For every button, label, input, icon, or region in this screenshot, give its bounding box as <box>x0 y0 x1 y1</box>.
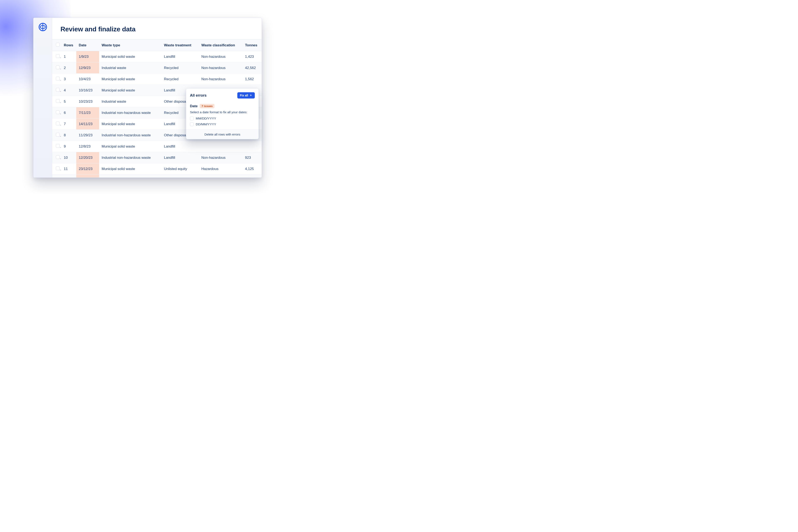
cell-waste-treatment: Recycled <box>162 62 199 74</box>
cell-row-number: 9 <box>61 141 76 152</box>
table-row: 912/8/23Municipal solid wasteLandfill <box>52 141 262 152</box>
cell-waste-type: Industrial non-hazardous waste <box>99 174 162 178</box>
page-header: Review and finalize data <box>52 18 262 39</box>
date-format-option-mdy[interactable]: MM/DD/YYYY <box>190 117 255 120</box>
cell-waste-classification: Non-hazardous <box>199 74 243 85</box>
cell-tonnes: 1,423 <box>243 51 262 62</box>
errors-panel: All errors Fix all Date 7 issues Select … <box>186 88 259 139</box>
cell-waste-classification: Non-hazardous <box>199 152 243 163</box>
cell-row-number: 2 <box>61 62 76 74</box>
cell-waste-classification: Hazardous <box>199 174 243 178</box>
cell-waste-type: Municipal solid waste <box>99 163 162 174</box>
cell-waste-type: Municipal solid waste <box>99 51 162 62</box>
cell-waste-classification: Non-hazardous <box>199 62 243 74</box>
cell-waste-treatment: Unlisted equity <box>162 163 199 174</box>
cell-waste-type: Municipal solid waste <box>99 85 162 96</box>
table-row: 1123/12/23Municipal solid wasteUnlisted … <box>52 163 262 174</box>
col-rows[interactable]: Rows <box>61 39 76 51</box>
checkbox-icon <box>190 122 194 126</box>
page-title: Review and finalize data <box>60 25 253 33</box>
cell-waste-type: Municipal solid waste <box>99 74 162 85</box>
row-checkbox[interactable] <box>56 65 60 69</box>
cell-row-number: 6 <box>61 107 76 118</box>
errors-panel-title: All errors <box>190 93 207 98</box>
option-label: DD/MM/YYYY <box>196 122 216 126</box>
cell-date[interactable]: 12/9/23 <box>76 62 99 74</box>
cell-date[interactable]: 12/20/23 <box>76 152 99 163</box>
cell-waste-treatment: Recycled <box>162 74 199 85</box>
cell-tonnes: 1,532 <box>243 174 262 178</box>
cell-date[interactable]: 7/11/23 <box>76 107 99 118</box>
fix-all-label: Fix all <box>240 94 248 97</box>
table-row: 11/9/23Municipal solid wasteLandfillNon-… <box>52 51 262 62</box>
cell-waste-treatment: Landfill <box>162 141 199 152</box>
cell-waste-classification <box>199 141 243 152</box>
fix-instruction: Select a date format to fix all your dat… <box>190 110 255 114</box>
table-row: 212/9/23Industrial wasteRecycledNon-haza… <box>52 62 262 74</box>
cell-date[interactable]: 12/8/23 <box>76 141 99 152</box>
option-label: MM/DD/YYYY <box>196 117 216 120</box>
cell-date[interactable]: 10/4/23 <box>76 74 99 85</box>
col-date[interactable]: Date <box>76 39 99 51</box>
cell-waste-type: Industrial non-hazardous waste <box>99 152 162 163</box>
select-all-checkbox[interactable] <box>56 43 60 46</box>
cell-date[interactable]: 23/12/23 <box>76 163 99 174</box>
row-checkbox[interactable] <box>56 121 60 125</box>
cell-row-number: 4 <box>61 85 76 96</box>
date-format-option-dmy[interactable]: DD/MM/YYYY <box>190 122 255 126</box>
cell-date[interactable]: 14/11/23 <box>76 118 99 130</box>
cell-date[interactable]: 11/29/23 <box>76 130 99 141</box>
cell-tonnes: 1,562 <box>243 74 262 85</box>
sidebar <box>34 18 52 177</box>
row-checkbox[interactable] <box>56 88 60 92</box>
table-row: 310/4/23Municipal solid wasteRecycledNon… <box>52 74 262 85</box>
brand-logo-icon <box>38 22 48 32</box>
cell-row-number: 5 <box>61 96 76 107</box>
cell-waste-type: Industrial waste <box>99 62 162 74</box>
cell-waste-type: Industrial non-hazardous waste <box>99 107 162 118</box>
cell-waste-classification: Hazardous <box>199 163 243 174</box>
cell-tonnes <box>243 141 262 152</box>
cell-row-number: 11 <box>61 163 76 174</box>
cell-date[interactable]: 1/9/23 <box>76 51 99 62</box>
cell-row-number: 7 <box>61 118 76 130</box>
row-checkbox[interactable] <box>56 110 60 114</box>
cell-row-number: 8 <box>61 130 76 141</box>
cell-tonnes: 42,562 <box>243 62 262 74</box>
cell-row-number: 11 <box>61 174 76 178</box>
cell-tonnes: 923 <box>243 152 262 163</box>
cell-waste-type: Municipal solid waste <box>99 141 162 152</box>
delete-error-rows-button[interactable]: Delete all rows with errors <box>186 130 259 139</box>
col-ton[interactable]: Tonnes <box>243 39 262 51</box>
col-type[interactable]: Waste type <box>99 39 162 51</box>
cell-date[interactable]: 12/23/23 <box>76 174 99 178</box>
row-checkbox[interactable] <box>56 167 60 170</box>
row-checkbox[interactable] <box>56 99 60 103</box>
row-checkbox[interactable] <box>56 77 60 80</box>
row-checkbox[interactable] <box>56 144 60 148</box>
cell-waste-treatment: Landfill <box>162 51 199 62</box>
cell-waste-type: Municipal solid waste <box>99 118 162 130</box>
cell-waste-treatment: Other disposal <box>162 174 199 178</box>
cell-waste-classification: Non-hazardous <box>199 51 243 62</box>
col-class[interactable]: Waste classification <box>199 39 243 51</box>
cell-waste-type: Industrial waste <box>99 96 162 107</box>
table-header-row: Rows Date Waste type Waste treatment Was… <box>52 39 262 51</box>
row-checkbox[interactable] <box>56 54 60 58</box>
fix-all-button[interactable]: Fix all <box>237 92 255 98</box>
cell-tonnes: 4,125 <box>243 163 262 174</box>
col-treat[interactable]: Waste treatment <box>162 39 199 51</box>
cell-waste-type: Industrial non-hazardous waste <box>99 130 162 141</box>
cell-row-number: 10 <box>61 152 76 163</box>
row-checkbox[interactable] <box>56 155 60 159</box>
error-section-label: Date <box>190 104 197 108</box>
table-row: 1112/23/23Industrial non-hazardous waste… <box>52 174 262 178</box>
row-checkbox[interactable] <box>56 133 60 136</box>
table-row: 1012/20/23Industrial non-hazardous waste… <box>52 152 262 163</box>
cell-row-number: 3 <box>61 74 76 85</box>
cell-date[interactable]: 10/23/23 <box>76 96 99 107</box>
cell-row-number: 1 <box>61 51 76 62</box>
cell-date[interactable]: 10/16/23 <box>76 85 99 96</box>
issues-count-badge: 7 issues <box>200 104 214 108</box>
cell-waste-treatment: Landfill <box>162 152 199 163</box>
